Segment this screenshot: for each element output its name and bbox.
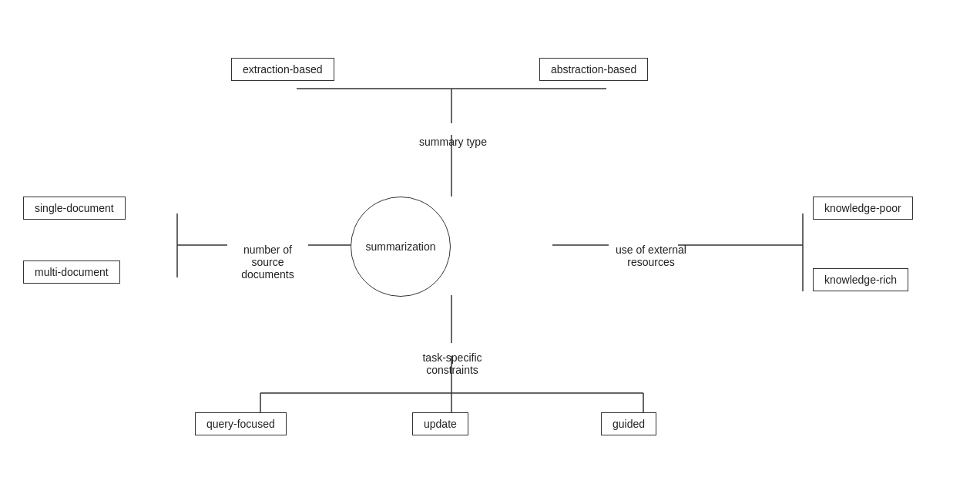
multi-document-node: multi-document bbox=[23, 260, 120, 284]
extraction-based-node: extraction-based bbox=[231, 58, 334, 81]
number-of-source-label: number of source documents bbox=[227, 231, 308, 281]
update-node: update bbox=[412, 412, 468, 435]
abstraction-based-node: abstraction-based bbox=[539, 58, 648, 81]
query-focused-node: query-focused bbox=[195, 412, 287, 435]
knowledge-rich-node: knowledge-rich bbox=[813, 268, 908, 291]
use-of-external-label: use of external resources bbox=[609, 231, 693, 268]
center-node: summarization bbox=[351, 197, 451, 297]
single-document-node: single-document bbox=[23, 197, 126, 220]
diagram: summarization extraction-based abstracti… bbox=[0, 0, 980, 484]
summary-type-label: summary type bbox=[418, 123, 488, 148]
task-specific-label: task-specific constraints bbox=[414, 339, 491, 376]
knowledge-poor-node: knowledge-poor bbox=[813, 197, 913, 220]
guided-node: guided bbox=[601, 412, 656, 435]
